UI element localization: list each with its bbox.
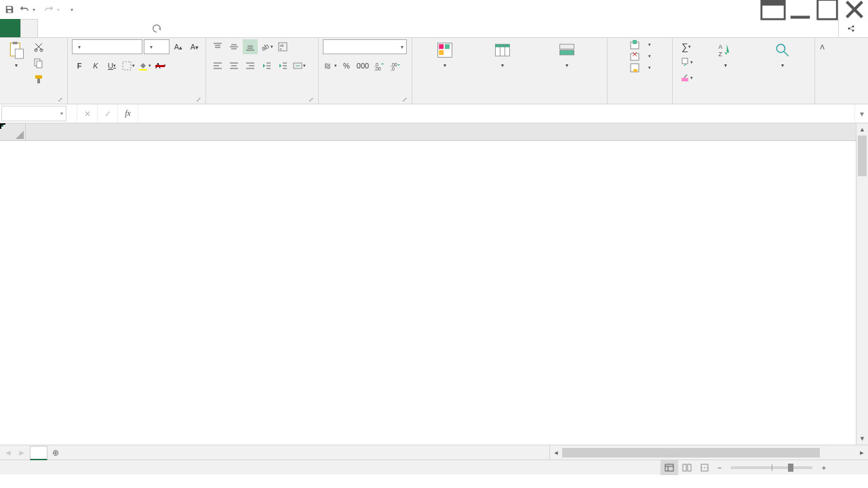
italic-button[interactable]: K (88, 58, 103, 73)
font-color-icon[interactable]: A▾ (153, 58, 168, 73)
fill-icon[interactable]: ▾ (677, 55, 696, 70)
name-box[interactable]: ▾ (1, 106, 66, 121)
align-top-icon[interactable] (210, 39, 225, 54)
insert-cells-button[interactable]: ▾ (629, 39, 651, 50)
clipboard-launcher-icon[interactable]: ⤢ (58, 96, 63, 103)
underline-button[interactable]: U ▾ (104, 58, 119, 73)
maximize-button[interactable] (814, 0, 841, 19)
autosum-icon[interactable]: ∑▾ (677, 39, 696, 54)
increase-decimal-icon[interactable]: ,0,00 (372, 58, 387, 73)
svg-rect-15 (37, 79, 40, 83)
wrap-text-icon[interactable]: abc (275, 39, 290, 54)
font-size-combo[interactable]: ▾ (144, 39, 170, 54)
expand-formula-bar-icon[interactable]: ▾ (854, 104, 868, 123)
signin-button[interactable] (821, 19, 838, 37)
insert-function-icon[interactable]: fx (118, 104, 138, 123)
number-launcher-icon[interactable]: ⤢ (402, 96, 408, 103)
scroll-down-icon[interactable]: ▼ (856, 432, 868, 445)
comma-format-icon[interactable]: 000 (355, 58, 370, 73)
alignment-launcher-icon[interactable]: ⤢ (309, 96, 314, 103)
tab-formulas[interactable] (73, 19, 91, 37)
page-layout-view-icon[interactable] (678, 460, 696, 475)
sheet-nav-prev-icon[interactable]: ◄ (4, 448, 12, 458)
scroll-left-icon[interactable]: ◄ (550, 449, 562, 456)
zoom-out-button[interactable]: − (713, 464, 726, 472)
conditional-formatting-button[interactable]: ▾ (416, 39, 474, 70)
align-left-icon[interactable] (210, 58, 225, 73)
scroll-right-icon[interactable]: ► (856, 449, 868, 456)
redo-icon (42, 0, 56, 19)
tab-view[interactable] (126, 19, 144, 37)
tab-review[interactable] (108, 19, 126, 37)
collapse-ribbon-icon[interactable]: ʌ (815, 38, 829, 104)
zoom-slider[interactable] (731, 466, 812, 469)
column-headers[interactable] (26, 123, 856, 141)
svg-rect-58 (495, 44, 509, 47)
zoom-in-button[interactable]: + (818, 464, 830, 472)
share-button[interactable] (838, 19, 868, 37)
save-icon[interactable] (3, 0, 16, 19)
minimize-button[interactable] (787, 0, 814, 19)
percent-format-icon[interactable]: % (339, 58, 354, 73)
spreadsheet-grid[interactable] (0, 123, 856, 445)
borders-icon[interactable]: ▾ (121, 58, 136, 73)
cut-icon[interactable] (31, 39, 46, 54)
sort-filter-button[interactable]: AZ ▾ (698, 39, 753, 70)
tab-page-layout[interactable] (56, 19, 73, 37)
ribbon-display-options-icon[interactable] (760, 0, 787, 19)
align-middle-icon[interactable] (226, 39, 241, 54)
formula-input[interactable] (138, 104, 854, 123)
horizontal-scrollbar[interactable]: ◄ ► (549, 445, 868, 460)
undo-dropdown-icon[interactable]: ▾ (33, 7, 41, 13)
orientation-icon[interactable]: ab▾ (259, 39, 274, 54)
cell-styles-button[interactable]: ▾ (531, 39, 603, 70)
font-name-combo[interactable]: ▾ (72, 39, 142, 54)
tab-file[interactable] (0, 19, 20, 37)
format-cells-button[interactable]: ▾ (629, 62, 651, 73)
format-as-table-button[interactable]: ▾ (477, 39, 529, 70)
redo-dropdown-icon: ▾ (57, 7, 65, 13)
paste-button[interactable]: ▾ (4, 39, 28, 70)
vertical-scrollbar[interactable]: ▲ ▼ (856, 123, 868, 445)
copy-icon[interactable] (31, 56, 46, 70)
align-center-icon[interactable] (226, 58, 241, 73)
sheet-nav-next-icon[interactable]: ► (18, 448, 26, 458)
align-right-icon[interactable] (243, 58, 258, 73)
find-select-button[interactable]: ▾ (755, 39, 810, 70)
tab-insert[interactable] (38, 19, 56, 37)
decrease-decimal-icon[interactable]: ,00,0 (388, 58, 403, 73)
fill-color-icon[interactable]: ▾ (137, 58, 152, 73)
number-format-combo[interactable]: ▾ (323, 39, 407, 54)
increase-indent-icon[interactable] (275, 58, 290, 73)
scroll-up-icon[interactable]: ▲ (856, 123, 868, 136)
decrease-indent-icon[interactable] (259, 58, 274, 73)
svg-point-72 (776, 44, 785, 52)
decrease-font-icon[interactable]: A▾ (187, 39, 202, 54)
undo-icon[interactable] (18, 0, 31, 19)
sheet-tab-active[interactable] (30, 446, 47, 460)
align-bottom-icon[interactable] (243, 39, 258, 54)
increase-font-icon[interactable]: A▴ (171, 39, 186, 54)
vscroll-thumb[interactable] (858, 136, 867, 176)
accounting-format-icon[interactable]: ₪▾ (323, 58, 338, 73)
tab-data[interactable] (91, 19, 108, 37)
tell-me-search[interactable] (144, 19, 174, 37)
svg-rect-18 (155, 65, 165, 67)
normal-view-icon[interactable] (660, 460, 678, 475)
new-sheet-button[interactable]: ⊕ (47, 445, 64, 460)
tab-home[interactable] (20, 19, 38, 37)
clear-icon[interactable]: ▾ (677, 70, 696, 85)
font-launcher-icon[interactable]: ⤢ (196, 96, 201, 103)
close-button[interactable] (841, 0, 868, 19)
bold-button[interactable]: F (72, 58, 87, 73)
page-break-view-icon[interactable] (696, 460, 713, 475)
merge-center-icon[interactable]: ▾ (292, 58, 307, 73)
qat-customize-icon[interactable]: ▾ (71, 7, 79, 13)
hscroll-thumb[interactable] (562, 448, 820, 458)
svg-text:A: A (719, 43, 723, 50)
zoom-slider-thumb[interactable] (788, 464, 793, 472)
delete-cells-button[interactable]: ▾ (629, 51, 651, 62)
cells-area[interactable] (26, 141, 856, 445)
select-all-button[interactable] (0, 123, 26, 141)
format-painter-icon[interactable] (31, 72, 46, 87)
